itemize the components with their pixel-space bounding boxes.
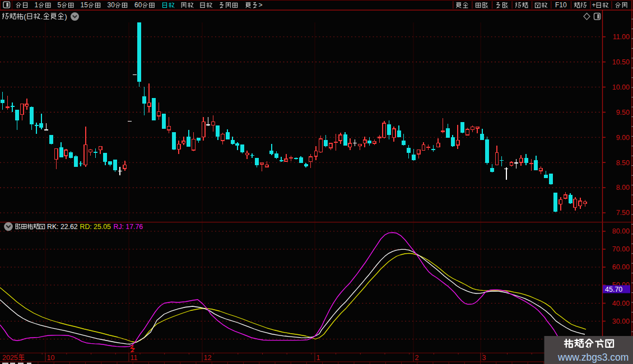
svg-text:+: + <box>592 1 596 9</box>
svg-text:40.00: 40.00 <box>612 300 630 307</box>
svg-text:RD: 25.05: RD: 25.05 <box>80 223 111 231</box>
svg-text:1: 1 <box>35 1 39 9</box>
svg-text:9.50: 9.50 <box>616 109 630 116</box>
svg-text:2025: 2025 <box>2 354 18 362</box>
svg-text:80.00: 80.00 <box>612 227 630 235</box>
svg-text:10: 10 <box>47 354 55 362</box>
svg-text:30.00: 30.00 <box>612 318 630 325</box>
svg-text:F10: F10 <box>555 1 567 9</box>
svg-text:8.00: 8.00 <box>616 184 630 192</box>
svg-text:5: 5 <box>58 1 62 9</box>
svg-text:12: 12 <box>204 354 212 362</box>
svg-text:.: . <box>41 12 43 21</box>
svg-text:11.00: 11.00 <box>613 33 630 41</box>
svg-text:10.50: 10.50 <box>612 58 630 66</box>
svg-text:8.50: 8.50 <box>616 159 630 167</box>
svg-text:>: > <box>259 1 263 9</box>
svg-text:9.00: 9.00 <box>616 134 630 142</box>
svg-text:(: ( <box>24 12 26 21</box>
svg-text:www.zbgs3.com: www.zbgs3.com <box>557 352 629 363</box>
svg-text:70.00: 70.00 <box>612 245 630 253</box>
svg-text:3: 3 <box>482 354 486 362</box>
svg-text:15: 15 <box>81 1 89 9</box>
svg-text:10.00: 10.00 <box>612 83 630 91</box>
svg-text:1: 1 <box>316 354 320 362</box>
svg-text:11: 11 <box>131 354 138 362</box>
svg-text:): ) <box>64 12 67 21</box>
svg-text:45.70: 45.70 <box>605 286 622 293</box>
svg-text:7.50: 7.50 <box>616 209 630 217</box>
svg-text:RJ: 17.76: RJ: 17.76 <box>114 223 143 231</box>
svg-text:RK: 22.62: RK: 22.62 <box>47 223 78 231</box>
svg-text:60.00: 60.00 <box>612 263 630 271</box>
svg-text:2: 2 <box>415 354 419 362</box>
svg-text:60: 60 <box>134 1 142 9</box>
svg-text:30: 30 <box>108 1 115 9</box>
